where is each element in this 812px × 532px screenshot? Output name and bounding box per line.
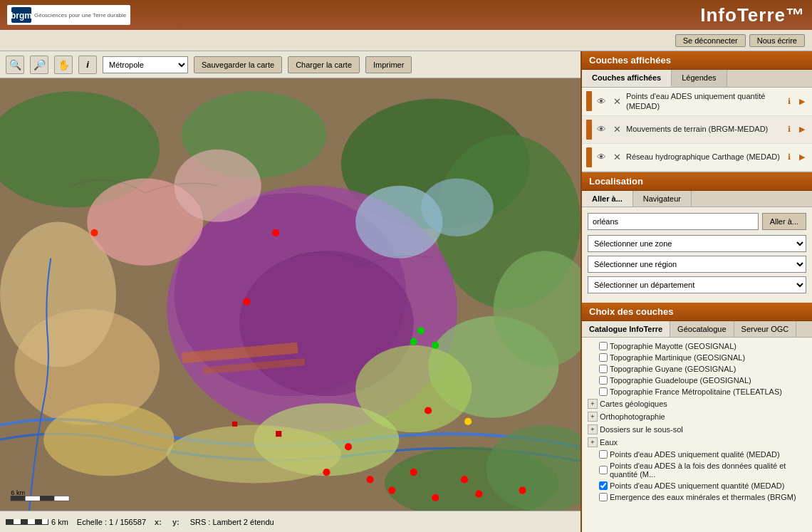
svg-point-41 [410,338,417,345]
layer-arrow-btn[interactable]: ▶ [796,124,808,135]
svg-point-33 [519,486,526,494]
x-label: x: [155,518,162,526]
tree-checkbox[interactable] [599,353,608,362]
main: 🔍 🔎 ✋ i Métropole Outre-mer Monde Sauveg… [0,51,812,532]
tree-checkbox[interactable] [599,387,608,396]
tree-item[interactable]: Topographie France Métropolitaine (TELEA… [585,386,809,397]
app-title: InfoTerre™ [700,4,805,26]
svg-rect-47 [26,496,40,501]
tree-item-label: Emergence des eaux minérales et thermale… [610,493,796,501]
tree-checkbox[interactable] [599,493,608,501]
layer-actions: ℹ ▶ [784,124,808,135]
map-toolbar: 🔍 🔎 ✋ i Métropole Outre-mer Monde Sauveg… [0,51,581,78]
tree-item[interactable]: Points d'eau ADES à la fois des données … [585,460,809,480]
layer-info-btn[interactable]: ℹ [784,124,795,135]
tree-item[interactable]: Topographie Guadeloupe (GEOSIGNAL) [585,375,809,386]
localisation-header: Localisation [582,172,812,191]
pan-button[interactable]: ✋ [54,56,73,74]
tree-item[interactable]: Topographie Martinique (GEOSIGNAL) [585,352,809,363]
layer-cross-icon[interactable]: ✕ [610,95,623,108]
svg-point-39 [417,327,425,334]
tree-item-label: Topographie Guadeloupe (GEOSIGNAL) [610,376,751,385]
tree-item[interactable]: Topographie Mayotte (GEOSIGNAL) [585,340,809,352]
tab-legendes[interactable]: Légendes [672,70,727,87]
layer-info-btn[interactable]: ℹ [784,95,795,107]
logo-tagline: Géosciences pour une Terre durable [34,12,126,19]
region-dropdown[interactable]: Sélectionner une région [588,256,806,273]
load-map-button[interactable]: Charger la carte [288,56,360,73]
brgm-logo-icon: brgm [11,7,31,23]
loc-search-input[interactable] [588,213,759,230]
tree-checkbox[interactable] [599,365,608,373]
zone-select[interactable]: Sélectionner une zone [588,235,806,252]
layer-cross-icon[interactable]: ✕ [610,151,623,164]
zoom-out-button[interactable]: 🔍 [6,56,24,74]
svg-point-30 [388,486,395,494]
topbar: Se déconnecter Nous écrire [0,30,812,51]
header: brgm Géosciences pour une Terre durable … [0,0,812,30]
dept-select[interactable]: Sélectionner un département [588,276,806,293]
region-select[interactable]: Métropole Outre-mer Monde [103,56,188,73]
tree-group-label: Orthophotographie [600,412,665,421]
loc-content: Aller à... Sélectionner une zone Sélecti… [582,207,812,303]
tab-catalogue-infoterre[interactable]: Catalogue InfoTerre [582,321,670,337]
svg-rect-49 [54,496,68,501]
tree-item[interactable]: Emergence des eaux minérales et thermale… [585,491,809,503]
layer-cross-icon[interactable]: ✕ [610,123,623,136]
tree-checkbox[interactable] [599,376,608,385]
svg-text:6 km: 6 km [11,489,25,496]
tree-item: +Dossiers sur le sous-sol [585,423,809,436]
save-map-button[interactable]: Sauvegarder la carte [194,56,282,73]
tab-navigateur[interactable]: Navigateur [633,191,692,207]
layer-arrow-btn[interactable]: ▶ [796,152,808,163]
tree-expand-btn[interactable]: + [588,437,598,447]
layers-section-header: Couches affichées [582,51,812,70]
layer-color-bar [586,91,592,111]
layer-eye-icon[interactable]: 👁 [595,151,608,164]
scale-bar: 6 km [6,518,68,526]
map-container[interactable]: 🔍 🔎 ✋ i Métropole Outre-mer Monde Sauveg… [0,51,581,532]
contact-button[interactable]: Nous écrire [749,34,805,47]
tree-checkbox[interactable] [599,466,608,474]
zoom-in-button[interactable]: 🔎 [30,56,48,74]
echelle-label: Echelle : 1 / 156587 [77,518,146,526]
tree-item-label: Topographie Martinique (GEOSIGNAL) [610,353,745,362]
layer-info-btn[interactable]: ℹ [784,152,795,163]
tree-group-label: Dossiers sur le sous-sol [600,425,683,434]
tree-item[interactable]: Topographie Guyane (GEOSIGNAL) [585,363,809,375]
info-button[interactable]: i [78,56,97,74]
layer-color-bar [586,120,592,140]
svg-point-32 [475,491,482,498]
layer-eye-icon[interactable]: 👁 [595,123,608,136]
svg-point-42 [464,418,472,425]
tree-item: +Cartes géologiques [585,397,809,410]
tab-serveur-ogc[interactable]: Serveur OGC [734,321,797,337]
print-map-button[interactable]: Imprimer [365,56,412,73]
tab-geocatalogue[interactable]: Géocatalogue [670,321,734,337]
layer-arrow-btn[interactable]: ▶ [796,95,808,107]
tree-item-label: Topographie Mayotte (GEOSIGNAL) [610,342,736,350]
disconnect-button[interactable]: Se déconnecter [675,34,746,47]
tree-item[interactable]: Points d'eau ADES uniquement qualité (ME… [585,449,809,460]
svg-point-26 [272,229,279,236]
tree-checkbox[interactable] [599,342,608,350]
tree-expand-btn[interactable]: + [588,412,598,422]
choix-tree: Topographie Mayotte (GEOSIGNAL)Topograph… [582,338,812,532]
tab-couches-affichees[interactable]: Couches affichées [582,70,672,87]
tab-aller-a[interactable]: Aller à... [582,191,633,207]
tree-item-label: Points d'eau ADES à la fois des données … [610,461,809,479]
x-coord: x: [155,518,164,526]
tree-expand-btn[interactable]: + [588,399,598,409]
tree-checkbox[interactable] [599,481,608,490]
tree-item: +Orthophotographie [585,410,809,423]
layer-eye-icon[interactable]: 👁 [595,95,608,108]
tree-checkbox[interactable] [599,450,608,459]
svg-point-28 [425,407,432,414]
tree-expand-btn[interactable]: + [588,424,598,434]
scale-text: 6 km [51,518,68,526]
tree-item[interactable]: Points d'eau ADES uniquement quantité (M… [585,480,809,491]
map-canvas[interactable]: 6 km [0,78,581,511]
svg-point-27 [243,298,250,306]
svg-point-35 [410,469,417,476]
loc-go-button[interactable]: Aller à... [762,213,806,230]
